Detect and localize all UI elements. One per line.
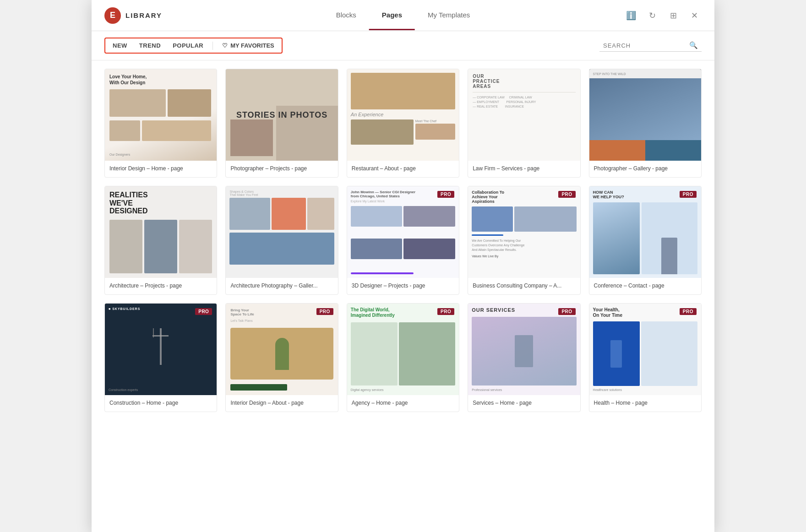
pro-badge: PRO [558,191,575,198]
card-label: Interior Design – Home - page [105,161,217,177]
logo-area: E LIBRARY [104,7,178,24]
tab-pages[interactable]: Pages [369,1,415,30]
library-title: LIBRARY [125,11,162,19]
card-preview-services: PRO OUR SERVICES Professional services [468,304,580,395]
tab-blocks[interactable]: Blocks [323,1,369,30]
card-label: Services – Home - page [468,395,580,412]
template-card[interactable]: STEP INTO THE WILD Photographer – Galler… [589,69,702,178]
template-card[interactable]: PRO Collaboration ToAchieve YourAspirati… [468,186,580,295]
tab-bar: Blocks Pages My Templates [323,1,483,30]
template-card[interactable]: REALITIESWE'VEDESIGNED Architecture – Pr… [104,186,217,295]
card-label: Agency – Home - page [347,395,459,412]
card-label: Interior Design – About - page [226,395,338,412]
card-label: Construction – Home - page [105,395,217,412]
pro-badge: PRO [680,191,697,198]
filter-popular[interactable]: POPULAR [170,41,206,50]
card-label: Photographer – Projects - page [226,161,338,177]
pro-badge: PRO [680,308,697,315]
template-card[interactable]: An Experience Meet The Chef Restaurant –… [347,69,459,178]
card-preview-business: PRO Collaboration ToAchieve YourAspirati… [468,186,580,278]
card-label: Law Firm – Services - page [468,161,580,177]
card-label: Conference – Contact - page [589,278,701,294]
favorites-label: MY FAVORITES [230,42,274,49]
card-label: Health – Home - page [589,395,701,412]
card-preview-sky: PRO ■ SKYBUILDERS Construction experts [105,304,217,395]
search-input[interactable] [603,42,686,49]
card-label: Photographer – Gallery - page [589,161,701,177]
template-card[interactable]: PRO OUR SERVICES Professional services S… [468,303,580,412]
card-label: Business Consulting Company – A... [468,278,580,294]
template-card[interactable]: PRO HOW CANWE HELP YOU? Conference – Con… [589,186,702,295]
grid-area: Love Your Home,With Our Design Our Desig… [92,60,714,532]
template-grid: Love Your Home,With Our Design Our Desig… [104,69,702,412]
elementor-logo: E [104,7,121,24]
filter-favorites[interactable]: ♡ MY FAVORITES [219,41,277,50]
template-card[interactable]: PRO John Mowinn — Senior CGI Designerfro… [347,186,459,295]
heart-icon: ♡ [222,42,228,49]
card-preview-health: PRO Your Health,On Your Time Healthcare … [589,304,701,395]
filter-divider [212,42,213,50]
card-label: Restaurant – About - page [347,161,459,177]
card-preview-3d: PRO John Mowinn — Senior CGI Designerfro… [347,186,459,278]
template-card[interactable]: PRO Bring YourSpace To Life Let's Talk P… [225,303,338,412]
search-icon[interactable]: 🔍 [689,41,698,49]
template-card[interactable]: Shapes & ColorsThat Make You Feel Archit… [225,186,338,295]
card-preview-archphoto: Shapes & ColorsThat Make You Feel [226,186,338,278]
pro-badge: PRO [195,308,212,315]
tab-my-templates[interactable]: My Templates [415,1,483,30]
card-preview-architecture: REALITIESWE'VEDESIGNED [105,186,217,278]
filter-bar: NEW TREND POPULAR ♡ MY FAVORITES 🔍 [92,31,714,60]
refresh-button[interactable]: ↻ [645,8,659,23]
card-preview-conference: PRO HOW CANWE HELP YOU? [589,186,701,278]
pro-badge: PRO [316,308,333,315]
header-actions: ℹ️ ↻ ⊞ ✕ [624,8,702,23]
pro-badge: PRO [437,191,454,198]
card-label: Architecture Photography – Galler... [226,278,338,294]
card-preview-gallery: STEP INTO THE WILD [589,69,701,161]
info-button[interactable]: ℹ️ [624,8,638,23]
close-button[interactable]: ✕ [687,8,702,23]
card-preview-plant: PRO Bring YourSpace To Life Let's Talk P… [226,304,338,395]
library-modal: E LIBRARY Blocks Pages My Templates ℹ️ ↻… [92,0,714,532]
template-card[interactable]: PRO The Digital World,Imagined Different… [347,303,459,412]
filter-trend[interactable]: TREND [136,41,163,50]
pro-badge: PRO [558,308,575,315]
card-label: Architecture – Projects - page [105,278,217,294]
template-card[interactable]: PRO ■ SKYBUILDERS Construction experts C… [104,303,217,412]
template-card[interactable]: PRO Your Health,On Your Time Healthcare … [589,303,702,412]
filter-new[interactable]: NEW [110,41,130,50]
template-card[interactable]: Love Your Home,With Our Design Our Desig… [104,69,217,178]
card-preview-restaurant: An Experience Meet The Chef [347,69,459,161]
pro-badge: PRO [437,308,454,315]
card-label: 3D Designer – Projects - page [347,278,459,294]
card-preview-digital: PRO The Digital World,Imagined Different… [347,304,459,395]
search-area: 🔍 [599,39,702,52]
header: E LIBRARY Blocks Pages My Templates ℹ️ ↻… [92,0,714,31]
card-preview-interior: Love Your Home,With Our Design Our Desig… [105,69,217,161]
template-card[interactable]: STORIES IN PHOTOS Photographer – Project… [225,69,338,178]
card-preview-photographer: STORIES IN PHOTOS [226,69,338,161]
filter-group: NEW TREND POPULAR ♡ MY FAVORITES [104,38,283,54]
card-preview-law: OURPRACTICEAREAS — CORPORATE LAW CRIMINA… [468,69,580,161]
template-card[interactable]: OURPRACTICEAREAS — CORPORATE LAW CRIMINA… [468,69,580,178]
save-button[interactable]: ⊞ [666,8,681,23]
